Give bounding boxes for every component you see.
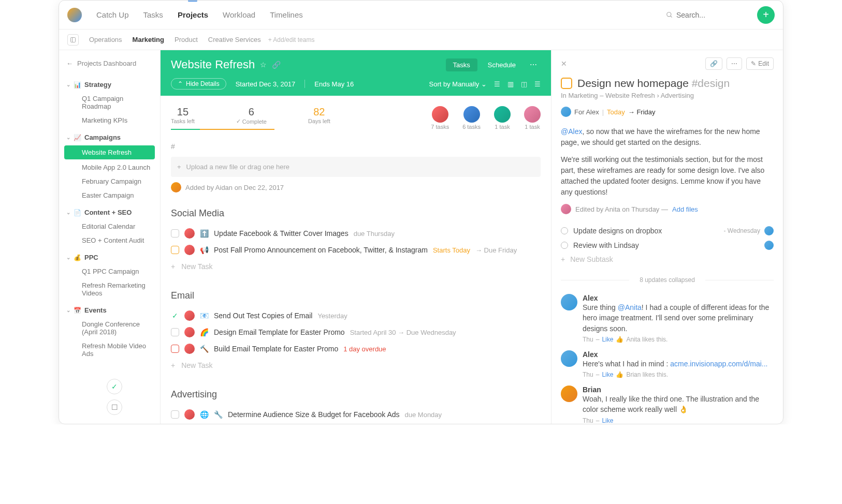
sidebar-item[interactable]: Marketing KPIs: [59, 113, 160, 127]
task-meta: due Monday: [405, 411, 442, 419]
back-link[interactable]: ← Projects Dashboard: [59, 57, 160, 75]
task-row[interactable]: 🚀Launch Facebook Ad Campaigndue Mar 3: [171, 423, 541, 424]
task-checkbox[interactable]: [171, 345, 179, 353]
sidebar-item[interactable]: Easter Campaign: [59, 188, 160, 202]
comment-text: Sure thing @Anita! I had a couple of dif…: [583, 302, 774, 334]
nav-timelines[interactable]: Timelines: [270, 1, 303, 28]
sidebar-group-content[interactable]: ⌄📄Content + SEO: [59, 205, 160, 219]
team-operations[interactable]: Operations: [89, 36, 122, 43]
sidebar-item[interactable]: February Campaign: [59, 174, 160, 188]
task-title: Update Facebook & Twitter Cover Images: [214, 229, 349, 238]
new-task-button[interactable]: +New Task: [171, 258, 541, 275]
subtask-checkbox[interactable]: [561, 227, 568, 234]
link-icon[interactable]: 🔗: [272, 61, 281, 69]
comment-link[interactable]: acme.invisionapp.com/d/mai...: [670, 360, 767, 368]
avatar: [764, 226, 774, 235]
search-box[interactable]: [666, 11, 749, 19]
task-meta: due Thursday: [354, 230, 395, 238]
task-checkbox[interactable]: [171, 229, 179, 238]
likes-text: Anita likes this.: [626, 336, 667, 343]
assignee[interactable]: 7 tasks: [431, 106, 449, 130]
new-subtask-button[interactable]: +New Subtask: [561, 253, 774, 266]
comment-author: Brian: [583, 386, 774, 394]
mention[interactable]: @Anita: [618, 303, 642, 312]
more-button[interactable]: ⋯: [727, 57, 742, 70]
list-view-icon[interactable]: ☰: [494, 80, 500, 88]
task-checkbox[interactable]: [171, 328, 179, 336]
subtask-row[interactable]: Review with Lindsay: [561, 238, 774, 253]
add-edit-teams[interactable]: + Add/edit teams: [268, 36, 315, 43]
task-row[interactable]: ⬆️Update Facebook & Twitter Cover Images…: [171, 225, 541, 242]
upload-dropzone[interactable]: +Upload a new file or drag one here: [171, 157, 541, 177]
filter-icon[interactable]: ☰: [534, 80, 541, 88]
new-task-button[interactable]: +New Task: [171, 357, 541, 374]
task-title: Post Fall Promo Announcement on Facebook…: [214, 246, 428, 254]
panel-toggle-icon[interactable]: [67, 34, 79, 46]
copy-link-button[interactable]: 🔗: [705, 57, 722, 70]
plus-icon: +: [171, 361, 175, 369]
collapsed-updates[interactable]: 8 updates collapsed: [561, 276, 774, 284]
breadcrumb[interactable]: In Marketing – Website Refresh › Adverti…: [561, 92, 774, 99]
like-button[interactable]: Like: [602, 417, 613, 424]
add-button[interactable]: +: [757, 6, 775, 24]
star-icon[interactable]: ☆: [260, 61, 267, 69]
task-row[interactable]: ✓📧Send Out Test Copies of EmailYesterday: [171, 307, 541, 324]
sidebar-item[interactable]: Mobile App 2.0 Launch: [59, 160, 160, 174]
team-marketing[interactable]: Marketing: [133, 36, 164, 43]
task-row[interactable]: 🌐🔧Determine Audience Size & Budget for F…: [171, 406, 541, 423]
task-checkbox-done[interactable]: ✓: [171, 312, 179, 320]
sidebar-item-website-refresh[interactable]: Website Refresh: [64, 145, 155, 159]
sidebar-item[interactable]: Refresh Remarketing Videos: [59, 278, 160, 300]
like-button[interactable]: Like: [602, 336, 613, 343]
sidebar-group-campaigns[interactable]: ⌄📈Campaigns: [59, 130, 160, 144]
sidebar-item[interactable]: Dongle Conference (April 2018): [59, 317, 160, 339]
team-product[interactable]: Product: [175, 36, 198, 43]
sidebar-item[interactable]: Q1 Campaign Roadmap: [59, 92, 160, 113]
nav-tasks[interactable]: Tasks: [143, 1, 163, 28]
sidebar-item[interactable]: Editorial Calendar: [59, 219, 160, 233]
sidebar-item[interactable]: Q1 PPC Campaign: [59, 264, 160, 278]
tab-tasks[interactable]: Tasks: [446, 58, 477, 71]
task-row[interactable]: 📢Post Fall Promo Announcement on Faceboo…: [171, 242, 541, 258]
search-input[interactable]: [676, 11, 738, 19]
task-checkbox[interactable]: [561, 78, 572, 89]
nav-catchup[interactable]: Catch Up: [96, 1, 129, 28]
nav-workload[interactable]: Workload: [223, 1, 255, 28]
task-title: Determine Audience Size & Budget for Fac…: [228, 410, 400, 419]
sidebar-group-strategy[interactable]: ⌄📊Strategy: [59, 78, 160, 92]
close-icon[interactable]: ✕: [561, 60, 567, 68]
link-icon: 🔗: [710, 60, 718, 67]
task-row[interactable]: 🌈Design Email Template for Easter PromoS…: [171, 324, 541, 340]
sidebar-item[interactable]: SEO + Content Audit: [59, 233, 160, 247]
split-view-icon[interactable]: ◫: [521, 80, 527, 88]
task-row[interactable]: 🔨Build Email Template for Easter Promo1 …: [171, 340, 541, 357]
edit-button[interactable]: ✎Edit: [746, 57, 774, 70]
assignee[interactable]: 6 tasks: [462, 106, 481, 130]
like-button[interactable]: Like: [602, 371, 613, 378]
sidebar-group-ppc[interactable]: ⌄💰PPC: [59, 250, 160, 264]
chevron-down-icon: ⌄: [66, 255, 70, 260]
task-checkbox[interactable]: [171, 246, 179, 254]
sidebar-group-events[interactable]: ⌄📅Events: [59, 303, 160, 317]
board-view-icon[interactable]: ▥: [507, 80, 514, 88]
task-checkbox[interactable]: [171, 410, 179, 419]
mention[interactable]: @Alex: [561, 127, 582, 136]
assignee[interactable]: 1 task: [524, 106, 541, 130]
nav-projects[interactable]: Projects: [178, 1, 208, 28]
sidebar-item[interactable]: Refresh Mobile Video Ads: [59, 339, 160, 361]
assignee[interactable]: 1 task: [494, 106, 511, 130]
tab-schedule[interactable]: Schedule: [481, 58, 523, 71]
team-creative[interactable]: Creative Services: [208, 36, 261, 43]
plus-icon: +: [177, 163, 181, 171]
app-logo[interactable]: [67, 8, 82, 22]
quick-check-button[interactable]: ✓: [107, 379, 122, 394]
more-icon[interactable]: ⋯: [526, 57, 541, 72]
task-meta: → Due Friday: [475, 246, 517, 254]
add-files-link[interactable]: Add files: [672, 205, 698, 213]
complete-count: 6: [236, 106, 267, 118]
sort-dropdown[interactable]: Sort by Manually ⌄: [429, 80, 487, 88]
subtask-checkbox[interactable]: [561, 242, 568, 249]
hide-details-button[interactable]: ⌃Hide Details: [171, 78, 226, 90]
quick-calendar-button[interactable]: ☐: [107, 399, 122, 415]
subtask-row[interactable]: Update designs on dropbox- Wednesday: [561, 224, 774, 238]
